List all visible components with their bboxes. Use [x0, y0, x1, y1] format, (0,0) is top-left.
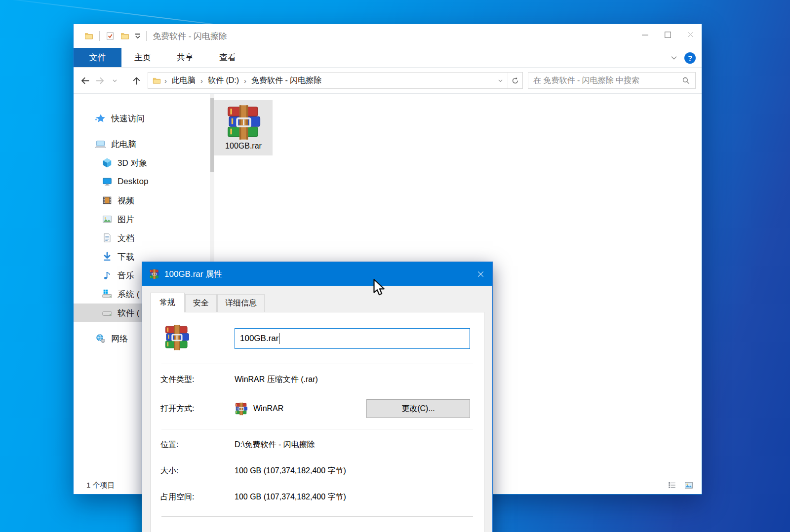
breadcrumb-separator: ›: [198, 76, 206, 85]
up-arrow-icon: [131, 76, 142, 86]
tab-share[interactable]: 共享: [164, 48, 206, 67]
search-icon: [681, 76, 690, 85]
sidebar-item-this-pc[interactable]: 此电脑: [74, 135, 214, 153]
divider: [161, 516, 473, 517]
change-button[interactable]: 更改(C)...: [366, 399, 470, 418]
sidebar-item-label: 系统 (: [118, 289, 139, 300]
sidebar-item-videos[interactable]: 视频: [74, 191, 214, 210]
tab-view[interactable]: 查看: [206, 48, 249, 67]
help-button[interactable]: ?: [684, 52, 696, 64]
breadcrumb-this-pc[interactable]: 此电脑: [170, 76, 198, 86]
file-icon-cell: [160, 324, 235, 353]
qat-new-folder-icon[interactable]: [120, 31, 130, 41]
sidebar-item-label: Desktop: [118, 177, 148, 187]
back-button[interactable]: [78, 73, 92, 88]
minimize-button[interactable]: [633, 24, 656, 45]
general-tab-page: 100GB.rar 文件类型: WinRAR 压缩文件 (.rar) 打开方式:…: [150, 312, 484, 532]
search-input[interactable]: 在 免费软件 - 闪电擦除 中搜索: [528, 72, 696, 89]
sidebar-item-documents[interactable]: 文档: [74, 228, 214, 247]
system-drive-icon: [102, 289, 113, 300]
sidebar-item-pictures[interactable]: 图片: [74, 210, 214, 228]
address-dropdown-button[interactable]: [493, 73, 508, 88]
sidebar-item-label: 文档: [118, 232, 134, 244]
winrar-archive-icon: [225, 104, 262, 141]
forward-button[interactable]: [92, 73, 107, 88]
refresh-button[interactable]: [508, 73, 522, 88]
sidebar-item-label: 网络: [111, 333, 128, 344]
qat-properties-icon[interactable]: [105, 31, 115, 41]
expand-ribbon-chevron-icon[interactable]: [670, 53, 678, 62]
address-bar[interactable]: › 此电脑 › 软件 (D:) › 免费软件 - 闪电擦除: [148, 72, 523, 89]
up-button[interactable]: [129, 73, 144, 88]
open-with-label: 打开方式:: [160, 404, 235, 414]
music-note-icon: [102, 270, 113, 281]
divider: [161, 364, 473, 364]
list-view-icon: [667, 481, 677, 490]
large-icons-view-button[interactable]: [683, 480, 695, 490]
chevron-down-icon: [497, 77, 504, 84]
dialog-close-button[interactable]: [469, 262, 492, 286]
sidebar-item-label: 视频: [118, 195, 134, 206]
sidebar-item-label: 下载: [118, 251, 134, 263]
tab-details[interactable]: 详细信息: [217, 294, 265, 312]
file-type-label: 文件类型:: [160, 375, 235, 385]
tab-home[interactable]: 主页: [121, 48, 164, 67]
folder-icon: [152, 76, 161, 85]
winrar-archive-icon: [149, 269, 159, 279]
dialog-title: 100GB.rar 属性: [164, 268, 222, 280]
size-value: 100 GB (107,374,182,400 字节): [235, 466, 346, 476]
breadcrumb-current-folder[interactable]: 免费软件 - 闪电擦除: [249, 76, 323, 86]
items-count: 1 个项目: [86, 481, 115, 490]
computer-icon: [95, 139, 106, 150]
winrar-app-icon: [235, 402, 248, 416]
breadcrumb-separator: ›: [161, 76, 170, 85]
sidebar-item-desktop[interactable]: Desktop: [74, 172, 214, 191]
qat-dropdown-bar: [135, 34, 140, 35]
text-caret: [279, 333, 279, 344]
size-on-disk-label: 占用空间:: [160, 492, 235, 502]
open-with-value: WinRAR: [253, 404, 283, 413]
details-view-button[interactable]: [666, 480, 678, 490]
film-icon: [102, 195, 113, 206]
sidebar-item-label: 3D 对象: [118, 157, 147, 169]
sidebar-item-label: 图片: [118, 214, 134, 225]
maximize-icon: [665, 32, 671, 38]
close-icon: [476, 270, 485, 278]
back-arrow-icon: [80, 76, 90, 86]
tab-file[interactable]: 文件: [74, 48, 121, 67]
breadcrumb-separator: ›: [241, 76, 249, 85]
forward-arrow-icon: [95, 76, 105, 86]
breadcrumb-drive-d[interactable]: 软件 (D:): [206, 76, 241, 86]
properties-dialog: 100GB.rar 属性 常规 安全 详细信息 100GB.rar 文件类型: …: [142, 262, 493, 532]
file-item-100gb-rar[interactable]: 100GB.rar: [214, 100, 273, 155]
address-bar-row: › 此电脑 › 软件 (D:) › 免费软件 - 闪电擦除 在 免费软件 - 闪…: [74, 68, 702, 94]
chevron-down-icon: [112, 77, 118, 84]
sidebar-item-label: 软件 (: [118, 307, 139, 319]
refresh-icon: [511, 76, 519, 85]
size-on-disk-value: 100 GB (107,374,182,400 字节): [235, 492, 346, 502]
sidebar-item-label: 快速访问: [111, 113, 145, 124]
tab-general[interactable]: 常规: [150, 293, 185, 312]
search-placeholder: 在 免费软件 - 闪电擦除 中搜索: [533, 76, 681, 86]
minimize-icon: [642, 32, 648, 38]
sidebar-item-quick-access[interactable]: 快速访问: [74, 109, 214, 128]
network-globe-icon: [95, 333, 106, 344]
chevron-down-icon: [135, 36, 140, 39]
dialog-tab-strip: 常规 安全 详细信息: [142, 286, 492, 312]
sidebar-item-label: 音乐: [118, 270, 134, 281]
scrollbar-thumb[interactable]: [210, 98, 214, 172]
qat-customize-dropdown[interactable]: [135, 34, 140, 39]
close-button[interactable]: [679, 24, 702, 45]
tab-security[interactable]: 安全: [185, 294, 217, 312]
filename-input[interactable]: 100GB.rar: [235, 328, 470, 349]
sidebar-item-label: 此电脑: [111, 139, 136, 150]
sidebar-item-3d-objects[interactable]: 3D 对象: [74, 153, 214, 172]
file-name-label: 100GB.rar: [225, 142, 262, 151]
recent-locations-dropdown[interactable]: [107, 73, 122, 88]
monitor-icon: [102, 176, 113, 187]
drive-icon: [102, 307, 113, 318]
title-bar: 免费软件 - 闪电擦除: [74, 24, 702, 48]
size-label: 大小:: [160, 466, 235, 476]
maximize-button[interactable]: [656, 24, 679, 45]
cube-icon: [102, 157, 113, 168]
